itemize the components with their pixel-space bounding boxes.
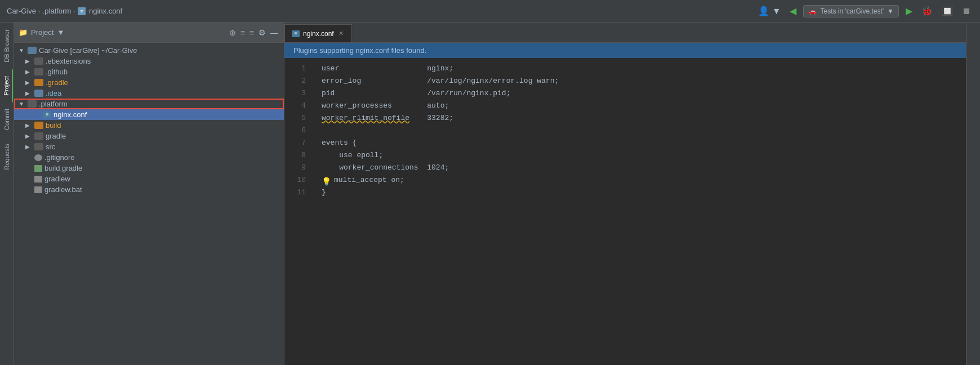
line-num-9: 9 <box>284 162 313 174</box>
tree-item-github[interactable]: .github <box>14 66 284 77</box>
bulb-icon[interactable]: 💡 <box>322 176 331 185</box>
code-line-11: } <box>322 186 966 199</box>
folder-icon-ebextensions <box>34 57 43 65</box>
folder-icon-build <box>34 122 43 129</box>
file-icon-build-gradle <box>34 165 42 172</box>
breadcrumb-sep1: › <box>38 8 41 15</box>
file-tree: Car-Give [carGive] ~/Car-Give .ebextensi… <box>14 43 284 365</box>
arrow-root <box>19 47 25 54</box>
code-editor[interactable]: 1 2 3 4 5 6 7 8 9 10 11 user nginx; <box>284 58 966 365</box>
sidebar-tabs: DB Browser Project Commit Requests <box>0 23 14 365</box>
panel-title-label: Project <box>31 28 54 37</box>
arrow-platform <box>19 101 25 107</box>
label-nginx-conf: nginx.conf <box>54 110 87 119</box>
label-github: .github <box>46 68 68 76</box>
line-numbers: 1 2 3 4 5 6 7 8 9 10 11 <box>284 58 313 365</box>
label-idea: .idea <box>46 89 61 97</box>
file-icon-nginx: ≡ <box>43 112 51 118</box>
arrow-idea <box>25 90 32 96</box>
breadcrumb-folder[interactable]: .platform <box>43 7 72 15</box>
tab-close-button[interactable]: ✕ <box>337 29 345 38</box>
tree-item-gradlew-bat[interactable]: gradlew.bat <box>14 184 284 195</box>
tree-root[interactable]: Car-Give [carGive] ~/Car-Give <box>14 45 284 56</box>
root-label: Car-Give [carGive] ~/Car-Give <box>39 46 137 55</box>
panel-collapse-btn[interactable]: ≡ <box>239 27 246 38</box>
code-line-2: error_log /var/log/nginx/error.log warn; <box>322 75 966 87</box>
top-bar-right: 👤 ▼ ◀ 🚗 Tests in 'carGive.test' ▼ ▶ 🐞 🔲 … <box>756 5 973 17</box>
tree-item-ebextensions[interactable]: .ebextensions <box>14 56 284 66</box>
folder-icon-src <box>34 143 43 150</box>
top-bar: Car-Give › .platform › ≡ nginx.conf 👤 ▼ … <box>0 0 980 23</box>
run-config-arrow: ▼ <box>887 7 894 15</box>
label-src: src <box>46 143 55 151</box>
main-content: DB Browser Project Commit Requests 📁 Pro… <box>0 23 980 365</box>
panel-header-icons: ⊕ ≡ ≡ ⚙ — <box>228 27 279 38</box>
panel-add-btn[interactable]: ⊕ <box>228 27 237 38</box>
tree-item-gradlew[interactable]: gradlew <box>14 173 284 184</box>
arrow-github <box>25 69 32 75</box>
panel-settings-btn[interactable]: ⚙ <box>257 27 267 38</box>
breadcrumb: Car-Give › .platform › ≡ nginx.conf <box>7 7 122 15</box>
tree-item-gradle-hidden[interactable]: .gradle <box>14 77 284 88</box>
panel-sort-btn[interactable]: ≡ <box>248 27 255 38</box>
run-config-dropdown[interactable]: 🚗 Tests in 'carGive.test' ▼ <box>803 5 899 17</box>
line-num-6: 6 <box>284 124 313 137</box>
debug-button[interactable]: 🐞 <box>919 5 935 17</box>
root-folder-icon <box>28 47 37 54</box>
file-icon-gradlew <box>34 176 42 182</box>
info-bar: Plugins supporting nginx.conf files foun… <box>284 43 966 58</box>
code-line-1: user nginx; <box>322 63 966 75</box>
info-message: Plugins supporting nginx.conf files foun… <box>293 46 426 55</box>
code-content[interactable]: user nginx; error_log /var/log/nginx/err… <box>313 58 966 365</box>
code-line-3: pid /var/run/nginx.pid; <box>322 87 966 100</box>
sidebar-tab-requests[interactable]: Requests <box>1 137 12 176</box>
tree-item-gradle[interactable]: gradle <box>14 131 284 141</box>
sidebar-tab-project[interactable]: Project <box>1 69 13 102</box>
user-button[interactable]: 👤 ▼ <box>756 5 783 17</box>
label-platform: .platform <box>39 100 68 108</box>
run-config-label: Tests in 'carGive.test' <box>820 7 884 15</box>
tab-bar: ≡ nginx.conf ✕ <box>284 23 966 43</box>
line-num-1: 1 <box>284 63 313 75</box>
arrow-src <box>25 144 32 150</box>
tree-item-platform[interactable]: .platform <box>14 99 284 109</box>
folder-icon-gradle-hidden <box>34 79 43 86</box>
panel-header: 📁 Project ▼ ⊕ ≡ ≡ ⚙ — <box>14 23 284 43</box>
arrow-gradle <box>25 133 32 139</box>
tree-item-idea[interactable]: .idea <box>14 88 284 99</box>
tab-label: nginx.conf <box>303 30 334 38</box>
sidebar-tab-commit[interactable]: Commit <box>1 102 12 137</box>
panel-dropdown-arrow[interactable]: ▼ <box>57 28 64 37</box>
editor-tab-nginx[interactable]: ≡ nginx.conf ✕ <box>284 24 352 42</box>
breadcrumb-project[interactable]: Car-Give <box>7 7 36 15</box>
breadcrumb-file[interactable]: nginx.conf <box>89 7 122 15</box>
arrow-build <box>25 122 32 128</box>
code-line-4: worker_processes auto; <box>322 100 966 112</box>
editor-area: ≡ nginx.conf ✕ Plugins supporting nginx.… <box>284 23 966 365</box>
line-num-10: 10 <box>284 174 313 186</box>
coverage-button[interactable]: 🔲 <box>939 5 955 17</box>
tree-item-build[interactable]: build <box>14 120 284 131</box>
code-line-7: events { <box>322 137 966 149</box>
line-num-4: 4 <box>284 100 313 112</box>
line-num-2: 2 <box>284 75 313 87</box>
panel-title: 📁 Project ▼ <box>19 28 64 37</box>
run-button[interactable]: ▶ <box>903 5 915 17</box>
line-num-5: 5 <box>284 112 313 124</box>
file-icon-gradlew-bat <box>34 186 42 193</box>
run-config-icon: 🚗 <box>808 7 817 15</box>
tree-item-build-gradle[interactable]: build.gradle <box>14 163 284 173</box>
line-num-8: 8 <box>284 149 313 162</box>
line-num-3: 3 <box>284 87 313 100</box>
stop-button[interactable]: ⏹ <box>960 5 973 17</box>
panel-minimize-btn[interactable]: — <box>269 27 279 38</box>
folder-icon-gradle <box>34 132 43 140</box>
tree-item-nginx-conf[interactable]: ≡ nginx.conf <box>14 109 284 120</box>
folder-icon-platform <box>28 100 37 108</box>
back-button[interactable]: ◀ <box>787 5 799 17</box>
tree-item-src[interactable]: src <box>14 141 284 152</box>
label-gitignore: .gitignore <box>44 153 74 162</box>
sidebar-tab-db-browser[interactable]: DB Browser <box>1 23 12 69</box>
breadcrumb-sep2: › <box>73 8 75 15</box>
tree-item-gitignore[interactable]: .gitignore <box>14 152 284 163</box>
